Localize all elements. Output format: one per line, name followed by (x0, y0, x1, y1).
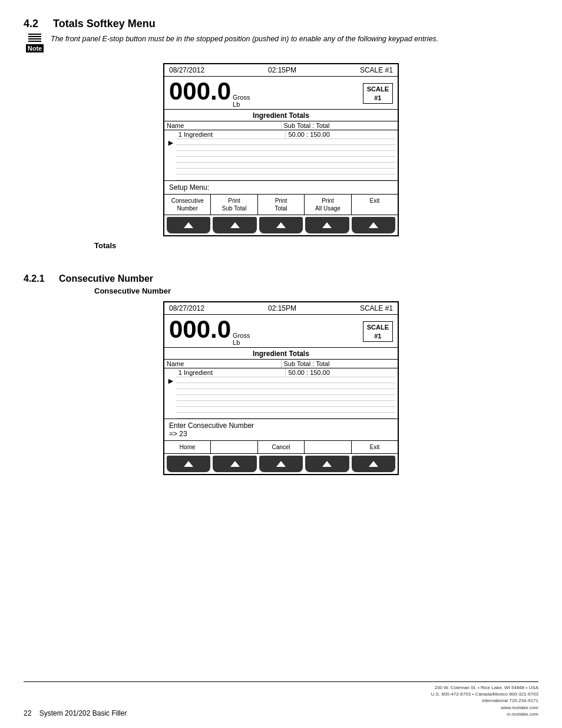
screen-1-table-header-row: Name Sub Total : Total (164, 121, 398, 130)
screen-1-unit: Gross Lb (233, 94, 250, 108)
screen-1-btn-5[interactable] (352, 217, 395, 233)
screen-1: 08/27/2012 02:15PM SCALE #1 000.0 Gross … (163, 63, 399, 236)
screen-2-number-row: 000.0 Gross Lb (169, 317, 250, 346)
note-line-3 (28, 38, 41, 39)
screen-2-softkey-5[interactable]: Exit (352, 441, 398, 453)
screen-1-softkey-2-line2: Sub Total (212, 205, 256, 212)
screen-2-softkey-4[interactable] (305, 441, 351, 453)
screen-1-container: 08/27/2012 02:15PM SCALE #1 000.0 Gross … (24, 63, 538, 236)
screen-1-scale-id: SCALE #1 (360, 66, 393, 74)
screen-1-ingredient-subtotal: 50.00 : 150.00 (286, 130, 395, 139)
screen-1-softkey-4[interactable]: Print All Usage (305, 195, 351, 215)
screen-1-table-inner: 1 Ingredient 50.00 : 150.00 (176, 130, 395, 180)
screen-1-date: 08/27/2012 (169, 66, 204, 74)
page-footer: 22 System 201/202 Basic Filler 230 W. Co… (24, 681, 538, 717)
section-421-heading: Consecutive Number (59, 274, 153, 284)
section-42-title: 4.2 Totals Softkey Menu (24, 18, 538, 30)
screen-1-empty-row-2 (176, 145, 395, 151)
screen-2-unit-bot: Lb (233, 339, 250, 346)
screen-1-scale-badge: SCALE#1 (363, 83, 393, 104)
screen-2-status-line1: Enter Consecutive Number (169, 421, 393, 430)
screen-1-setup-menu: Setup Menu: (164, 181, 398, 195)
screen-1-empty-row-4 (176, 157, 395, 163)
screen-2-ingredient-name: 1 Ingredient (176, 368, 286, 377)
screen-2-data-row-1: 1 Ingredient 50.00 : 150.00 (176, 368, 395, 377)
screen-1-empty-row-1 (176, 139, 395, 145)
screen-1-col-name-header: Name (164, 121, 282, 130)
footer-title: System 201/202 Basic Filler (39, 709, 127, 717)
screen-2-empty-row-4 (176, 395, 395, 401)
screen-1-softkey-2[interactable]: Print Sub Total (211, 195, 257, 215)
screen-1-softkey-1[interactable]: Consecutive Number (164, 195, 211, 215)
note-text: The front panel E-stop button must be in… (51, 34, 438, 45)
screen-2-table-inner: 1 Ingredient 50.00 : 150.00 (176, 368, 395, 419)
screen-1-empty-row-7 (176, 174, 395, 180)
screen-2-arrow: ► (167, 376, 175, 386)
footer-intl: International 715-234-9171 (431, 697, 538, 704)
screen-1-data-row-1-wrapper: ► 1 Ingredient 50.00 : 150.00 (164, 130, 398, 180)
screen-1-btn-2[interactable] (213, 217, 256, 233)
screen-1-btn-1[interactable] (167, 217, 210, 233)
screen-1-number-row: 000.0 Gross Lb (169, 79, 250, 108)
screen-2-softkey-3[interactable]: Cancel (258, 441, 305, 453)
screen-2-display-row: 000.0 Gross Lb SCALE#1 (164, 315, 398, 348)
screen-1-empty-row-5 (176, 163, 395, 169)
screen-1-time: 02:15PM (268, 66, 296, 74)
screen-1-btn-3[interactable] (259, 217, 303, 233)
screen-2-unit-top: Gross (233, 332, 250, 339)
screen-1-ingredient-title: Ingredient Totals (164, 110, 398, 121)
note-text-content: The front panel E-stop button must be in… (51, 35, 438, 43)
screen-1-btn-1-icon (184, 222, 193, 228)
screen-2-scale-id: SCALE #1 (360, 304, 393, 312)
screen-1-unit-top: Gross (233, 94, 250, 101)
screen-2-softkey-2[interactable] (211, 441, 257, 453)
screen-1-caption: Totals (24, 241, 538, 250)
screen-2-date: 08/27/2012 (169, 304, 204, 312)
screen-2-col-name-header: Name (164, 360, 282, 368)
footer-address: 230 W. Coleman St. • Rice Lake, WI 54868… (431, 684, 538, 691)
screen-2-btn-4[interactable] (305, 456, 349, 472)
screen-2-softkey-3-line1: Cancel (259, 443, 303, 451)
screen-1-softkey-5-line1: Exit (353, 197, 396, 205)
screen-2-col-subtotal-header: Sub Total : Total (282, 360, 398, 368)
screen-1-col-subtotal-header: Sub Total : Total (282, 121, 398, 130)
screen-1-data-row-1: 1 Ingredient 50.00 : 150.00 (176, 130, 395, 139)
screen-1-softkey-5[interactable]: Exit (352, 195, 398, 215)
screen-2-status-line2: => 23 (169, 430, 393, 438)
note-line-2 (28, 36, 41, 37)
footer-web2: m.ricelake.com (431, 711, 538, 717)
screen-1-softkey-4-line2: All Usage (306, 205, 349, 212)
screen-1-softkey-3[interactable]: Print Total (258, 195, 305, 215)
screen-1-header: 08/27/2012 02:15PM SCALE #1 (164, 64, 398, 77)
screen-1-empty-row-6 (176, 169, 395, 174)
screen-1-softkey-1-line2: Number (166, 205, 209, 212)
screen-2-empty-row-2 (176, 383, 395, 389)
screen-2-btn-4-icon (322, 461, 332, 467)
screen-1-btn-4[interactable] (305, 217, 349, 233)
screen-2-softkey-5-line1: Exit (353, 443, 396, 451)
section-42-number: 4.2 (24, 18, 38, 29)
screen-1-softkey-4-line1: Print (306, 197, 349, 205)
screen-2-header: 08/27/2012 02:15PM SCALE #1 (164, 302, 398, 315)
screen-1-btn-4-icon (322, 222, 332, 228)
note-line-1 (28, 34, 41, 35)
screen-2-btn-2[interactable] (213, 456, 256, 472)
screen-2-softkey-1[interactable]: Home (164, 441, 211, 453)
screen-2-time: 02:15PM (268, 304, 296, 312)
footer-right: 230 W. Coleman St. • Rice Lake, WI 54868… (431, 684, 538, 717)
screen-1-btn-3-icon (276, 222, 286, 228)
note-icon: Note (24, 34, 46, 52)
screen-2-status: Enter Consecutive Number => 23 (164, 419, 398, 441)
screen-2-btn-5[interactable] (352, 456, 395, 472)
screen-2-btn-3[interactable] (259, 456, 303, 472)
section-421-title: 4.2.1 Consecutive Number (24, 274, 538, 284)
footer-left: 22 System 201/202 Basic Filler (24, 709, 127, 717)
section-421-number: 4.2.1 (24, 274, 45, 284)
screen-1-empty-row-3 (176, 151, 395, 157)
screen-1-table: Name Sub Total : Total ► 1 Ingredient 50… (164, 121, 398, 181)
screen-1-arrow: ► (167, 138, 175, 147)
screen-2-btn-1[interactable] (167, 456, 210, 472)
screen-2-ingredient-subtotal: 50.00 : 150.00 (286, 368, 395, 377)
screen-2-buttons-row (164, 454, 398, 474)
screen-1-softkey-3-line2: Total (259, 205, 303, 212)
